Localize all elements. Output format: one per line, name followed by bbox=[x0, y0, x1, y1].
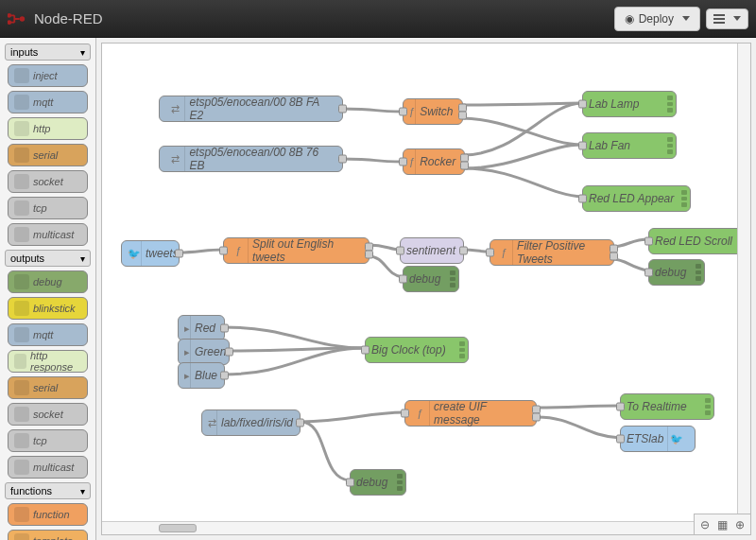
palette-node-label: serial bbox=[33, 149, 58, 161]
port-in[interactable] bbox=[219, 247, 228, 255]
palette-category-outputs[interactable]: outputs▾ bbox=[5, 250, 91, 267]
port-in[interactable] bbox=[399, 108, 407, 116]
node-function-uif[interactable]: ƒ create UIF message bbox=[404, 400, 537, 427]
node-output-labfan[interactable]: Lab Fan bbox=[582, 132, 677, 159]
category-label: inputs bbox=[10, 46, 38, 58]
palette-node-socket[interactable]: socket bbox=[8, 170, 88, 193]
node-function-filter[interactable]: ƒ Filter Positive Tweets bbox=[490, 239, 614, 266]
zoom-grid-icon[interactable]: ▦ bbox=[717, 518, 728, 531]
node-output-lablamp[interactable]: Lab Lamp bbox=[582, 91, 677, 117]
palette-node-serial[interactable]: serial bbox=[8, 144, 88, 166]
palette-node-label: multicast bbox=[33, 462, 74, 473]
twitter-icon: 🐦 bbox=[667, 427, 685, 451]
node-type-icon bbox=[14, 200, 29, 216]
node-label: Blue bbox=[195, 369, 217, 382]
port-in[interactable] bbox=[396, 247, 404, 255]
node-inject-blue[interactable]: ▸ Blue bbox=[178, 362, 225, 389]
port-in[interactable] bbox=[578, 195, 587, 203]
node-function-rocker[interactable]: ƒ Rocker bbox=[403, 148, 465, 175]
workspace-footer: ⊖ ▦ ⊕ bbox=[694, 514, 750, 534]
port-out[interactable] bbox=[220, 324, 229, 333]
palette-node-mqtt[interactable]: mqtt bbox=[8, 91, 88, 113]
port-out[interactable] bbox=[225, 348, 233, 357]
node-output-redled[interactable]: Red LED Appear bbox=[582, 185, 691, 212]
port-out[interactable] bbox=[459, 247, 468, 255]
palette-node-socket[interactable]: socket bbox=[8, 403, 88, 426]
port-in[interactable] bbox=[644, 269, 653, 277]
node-sentiment[interactable]: sentiment bbox=[400, 237, 464, 264]
node-debug[interactable]: debug bbox=[403, 266, 459, 292]
workspace[interactable]: ⇄ etsp05/enocean/00 8B FA E2 ƒ Switch ⇄ … bbox=[101, 43, 751, 535]
zoom-in-icon[interactable]: ⊕ bbox=[735, 518, 745, 531]
inject-icon: ▸ bbox=[184, 316, 191, 340]
port-in[interactable] bbox=[578, 100, 587, 109]
deploy-button[interactable]: ◉ Deploy bbox=[614, 7, 700, 31]
node-debug[interactable]: debug bbox=[350, 469, 406, 496]
palette-category-inputs[interactable]: inputs▾ bbox=[5, 44, 91, 61]
port-out[interactable] bbox=[296, 419, 304, 427]
chevron-down-icon: ▾ bbox=[80, 47, 85, 58]
palette-node-multicast[interactable]: multicast bbox=[8, 456, 88, 479]
palette-node-http[interactable]: http bbox=[8, 117, 88, 140]
port-in[interactable] bbox=[616, 435, 625, 444]
palette-node-multicast[interactable]: multicast bbox=[8, 223, 88, 246]
palette-node-blinkstick[interactable]: blinkstick bbox=[8, 297, 88, 320]
port-out[interactable] bbox=[610, 252, 618, 260]
port-out[interactable] bbox=[532, 412, 541, 421]
palette-node-inject[interactable]: inject bbox=[8, 64, 88, 87]
node-function-split[interactable]: ƒ Split out English tweets bbox=[223, 237, 369, 264]
palette-category-functions[interactable]: functions▾ bbox=[5, 482, 91, 499]
port-in[interactable] bbox=[578, 142, 587, 150]
port-in[interactable] bbox=[486, 249, 494, 257]
node-output-realtime[interactable]: To Realtime bbox=[620, 393, 714, 420]
node-type-icon bbox=[14, 507, 29, 522]
deploy-icon: ◉ bbox=[625, 12, 634, 26]
menu-button[interactable] bbox=[706, 9, 748, 29]
node-function-switch[interactable]: ƒ Switch bbox=[403, 98, 463, 125]
vertical-scrollbar[interactable] bbox=[737, 44, 750, 521]
node-mqtt-in[interactable]: ⇄ etsp05/enocean/00 8B 76 EB bbox=[159, 146, 343, 172]
node-twitter-in[interactable]: 🐦 tweets bbox=[121, 240, 180, 267]
palette-node-tcp[interactable]: tcp bbox=[8, 197, 88, 219]
node-debug[interactable]: debug bbox=[648, 259, 705, 286]
port-in[interactable] bbox=[616, 403, 625, 411]
horizontal-scrollbar[interactable] bbox=[102, 521, 694, 534]
node-mqtt-in[interactable]: ⇄ etsp05/enocean/00 8B FA E2 bbox=[159, 96, 343, 122]
node-type-icon bbox=[14, 380, 29, 395]
node-label: debug bbox=[356, 476, 387, 489]
port-in[interactable] bbox=[399, 275, 407, 284]
port-in[interactable] bbox=[399, 158, 407, 166]
function-icon: ƒ bbox=[409, 149, 416, 174]
node-output-bigclock[interactable]: Big Clock (top) bbox=[365, 337, 469, 363]
palette-node-tcp[interactable]: tcp bbox=[8, 429, 88, 452]
port-out[interactable] bbox=[460, 161, 469, 169]
port-out[interactable] bbox=[220, 372, 229, 380]
node-output-redscroll[interactable]: Red LED Scroll bbox=[648, 228, 747, 254]
deploy-label: Deploy bbox=[639, 12, 674, 26]
port-in[interactable] bbox=[644, 237, 653, 246]
node-mqtt-in-iris[interactable]: ⇄ lab/fixed/iris/id bbox=[201, 409, 301, 436]
port-out[interactable] bbox=[175, 250, 183, 258]
port-in[interactable] bbox=[346, 479, 354, 487]
node-inject-red[interactable]: ▸ Red bbox=[178, 315, 225, 341]
node-label: Green bbox=[195, 345, 226, 358]
palette-node-function[interactable]: function bbox=[8, 503, 88, 526]
palette-node-mqtt[interactable]: mqtt bbox=[8, 323, 88, 346]
palette-node-http-response[interactable]: http response bbox=[8, 350, 88, 373]
palette-node-template[interactable]: template bbox=[8, 530, 88, 540]
palette-node-serial[interactable]: serial bbox=[8, 376, 88, 399]
port-out[interactable] bbox=[338, 105, 347, 113]
port-in[interactable] bbox=[401, 409, 409, 418]
zoom-out-icon[interactable]: ⊖ bbox=[700, 518, 710, 531]
palette-node-label: debug bbox=[33, 276, 62, 287]
palette-sidebar[interactable]: inputs▾injectmqtthttpserialsockettcpmult… bbox=[0, 38, 96, 540]
palette-node-debug[interactable]: debug bbox=[8, 270, 88, 293]
node-type-icon bbox=[14, 95, 29, 110]
node-inject-green[interactable]: ▸ Green bbox=[178, 339, 230, 365]
node-twitter-out[interactable]: ETSlab 🐦 bbox=[620, 426, 696, 452]
port-out[interactable] bbox=[365, 250, 373, 258]
port-in[interactable] bbox=[361, 346, 369, 355]
node-type-icon bbox=[14, 148, 29, 163]
port-out[interactable] bbox=[338, 155, 347, 164]
port-out[interactable] bbox=[458, 111, 467, 119]
